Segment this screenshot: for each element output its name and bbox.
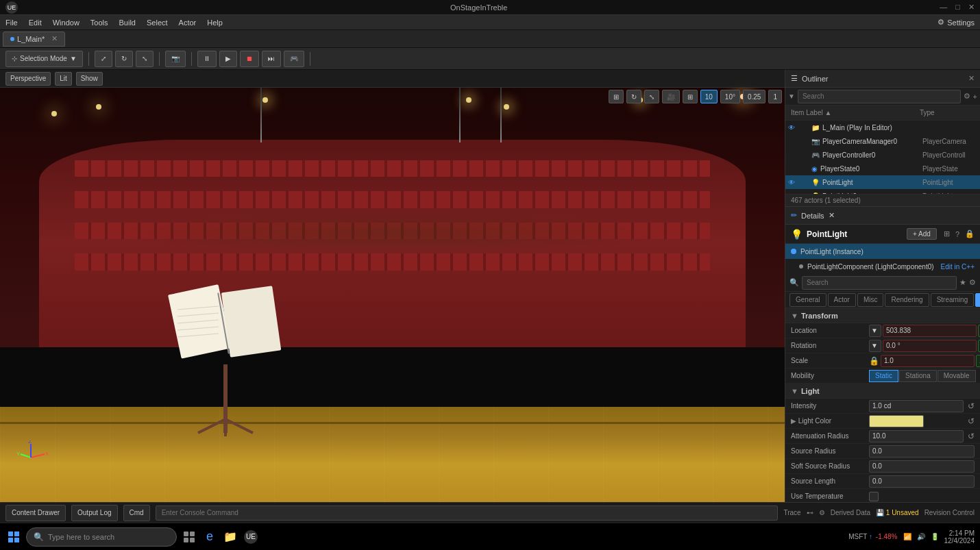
close-btn[interactable]: ✕ xyxy=(968,3,975,12)
outliner-item-playerstate[interactable]: ◉ PlayerState0 PlayerState xyxy=(785,162,980,175)
component-lightcomponent[interactable]: PointLightComponent (LightComponent0) Ed… xyxy=(785,259,980,274)
menu-help[interactable]: Help xyxy=(207,18,223,27)
perspective-btn[interactable]: Perspective xyxy=(5,72,51,86)
viewport[interactable]: Perspective Lit Show ⊞ ↻ ⤡ 🎥 ⊞ 10 10° 0.… xyxy=(0,70,785,502)
tab-close-icon[interactable]: ✕ xyxy=(51,34,58,43)
output-log-btn[interactable]: Output Log xyxy=(71,505,117,521)
scale-btn[interactable]: ⤡ xyxy=(136,51,154,67)
sourcelength-field[interactable] xyxy=(869,475,975,488)
grid-snap-icon[interactable]: ⊞ xyxy=(609,90,624,103)
outliner-item-camera[interactable]: 📷 PlayerCameraManager0 PlayerCamera xyxy=(785,134,980,148)
sourceradius-field[interactable] xyxy=(869,445,975,458)
rotation-x-field[interactable] xyxy=(883,340,977,352)
minimize-btn[interactable]: — xyxy=(940,3,947,12)
outliner-settings-icon[interactable]: ⚙ xyxy=(964,92,970,101)
grid-val-btn[interactable]: 10 xyxy=(700,90,718,103)
grid-mode-btn[interactable]: ⊞ xyxy=(683,90,698,103)
menu-build[interactable]: Build xyxy=(119,18,136,27)
revision-control-btn[interactable]: Revision Control xyxy=(924,509,975,516)
taskview-btn[interactable] xyxy=(181,529,197,545)
details-header: ✏ Details ✕ xyxy=(785,207,980,225)
tab-all[interactable]: All xyxy=(975,293,980,307)
location-dropdown[interactable]: ▼ xyxy=(869,325,881,337)
selection-mode-btn[interactable]: ⊹ Selection Mode ▼ xyxy=(5,51,83,67)
outliner-item-lmain[interactable]: 👁 📁 L_Main (Play In Editor) xyxy=(785,121,980,134)
lightcolor-reset-btn[interactable]: ↺ xyxy=(968,416,975,426)
outliner-item-pointlight[interactable]: 👁 💡 PointLight PointLight xyxy=(785,175,980,189)
menu-tools[interactable]: Tools xyxy=(90,18,108,27)
menu-window[interactable]: Window xyxy=(53,18,79,27)
details-bookmark-icon[interactable]: ★ xyxy=(959,278,966,287)
stop-btn[interactable]: ⏹ xyxy=(240,51,259,67)
settings-btn[interactable]: ⚙ Settings xyxy=(938,18,975,27)
light-section-header[interactable]: ▼ Light xyxy=(785,384,980,399)
mobility-static-btn[interactable]: Static xyxy=(869,370,898,382)
details-options-btn[interactable]: ⊞ xyxy=(944,229,950,238)
transform-section-header[interactable]: ▼ Transform xyxy=(785,308,980,323)
skip-btn[interactable]: ⏭ xyxy=(262,51,281,67)
scale-x-field[interactable] xyxy=(881,355,975,367)
tab-general[interactable]: General xyxy=(789,293,826,307)
gamepad-btn[interactable]: 🎮 xyxy=(284,51,304,67)
menu-file[interactable]: File xyxy=(5,18,18,27)
outliner-add-icon[interactable]: + xyxy=(973,92,977,101)
details-close-btn[interactable]: ✕ xyxy=(829,211,835,220)
camera-speed-btn[interactable]: 🎥 xyxy=(662,90,680,103)
outliner-item-controller[interactable]: 🎮 PlayerController0 PlayerControll xyxy=(785,148,980,162)
taskbar-ue-btn[interactable]: UE xyxy=(243,529,259,545)
angle-val-btn[interactable]: 10° xyxy=(720,90,740,103)
lit-btn[interactable]: Lit xyxy=(55,72,72,86)
light-color-swatch[interactable] xyxy=(869,415,924,427)
scale-lock-icon[interactable]: 🔒 xyxy=(869,356,879,366)
pause-btn[interactable]: ⏸ xyxy=(197,51,217,67)
tab-rendering[interactable]: Rendering xyxy=(885,293,929,307)
menu-select[interactable]: Select xyxy=(147,18,168,27)
tab-actor[interactable]: Actor xyxy=(828,293,856,307)
console-command-input[interactable] xyxy=(156,505,779,521)
details-help-btn[interactable]: ? xyxy=(955,230,959,238)
intensity-reset-btn[interactable]: ↺ xyxy=(968,401,975,411)
mobility-stationary-btn[interactable]: Stationa xyxy=(899,370,937,382)
derived-data-btn[interactable]: Derived Data xyxy=(831,509,870,516)
transform-btn[interactable]: ⤢ xyxy=(95,51,112,67)
menu-edit[interactable]: Edit xyxy=(29,18,42,27)
tab-misc[interactable]: Misc xyxy=(857,293,884,307)
cmd-btn[interactable]: Cmd xyxy=(123,505,150,521)
attenuation-reset-btn[interactable]: ↺ xyxy=(968,432,975,441)
show-btn[interactable]: Show xyxy=(76,72,103,86)
attenuation-field[interactable] xyxy=(869,430,964,442)
outliner-search-input[interactable] xyxy=(798,90,961,103)
location-x-field[interactable] xyxy=(883,325,977,337)
content-drawer-btn[interactable]: Content Drawer xyxy=(5,505,66,521)
trace-btn[interactable]: Trace xyxy=(783,509,800,516)
outliner-close-btn[interactable]: ✕ xyxy=(968,74,975,83)
details-search-input[interactable] xyxy=(802,276,957,290)
camera-btn[interactable]: 📷 xyxy=(165,51,186,67)
add-component-btn[interactable]: + Add xyxy=(907,228,937,240)
edit-cpp-link[interactable]: Edit in C++ xyxy=(941,263,975,271)
scale-val-btn[interactable]: 0.25 xyxy=(743,90,765,103)
win-search-box[interactable]: 🔍 Type here to search xyxy=(26,527,177,547)
rotate-btn[interactable]: ↻ xyxy=(115,51,133,67)
win-start-btn[interactable] xyxy=(5,529,22,545)
taskbar-edge-btn[interactable]: e xyxy=(201,529,218,545)
usetemp-checkbox[interactable] xyxy=(869,492,879,501)
component-instance[interactable]: PointLight (Instance) xyxy=(785,244,980,259)
scale-y-field[interactable] xyxy=(976,355,980,367)
intensity-field[interactable] xyxy=(869,400,964,412)
tab-lmain[interactable]: L_Main* ✕ xyxy=(3,32,65,47)
rotation-dropdown[interactable]: ▼ xyxy=(869,340,881,352)
play-btn[interactable]: ▶ xyxy=(219,51,237,67)
rotate-snap-btn[interactable]: ↻ xyxy=(626,90,641,103)
tab-streaming[interactable]: Streaming xyxy=(931,293,975,307)
details-lock-btn[interactable]: 🔒 xyxy=(965,229,975,238)
outliner-item-pointlight2[interactable]: 💡 PointLight2 PointLight xyxy=(785,189,980,194)
details-gear-icon[interactable]: ⚙ xyxy=(969,278,976,287)
mobility-movable-btn[interactable]: Movable xyxy=(938,370,976,382)
softsource-field[interactable] xyxy=(869,460,975,473)
menu-actor[interactable]: Actor xyxy=(179,18,197,27)
vp-extra-btn[interactable]: 1 xyxy=(768,90,782,103)
scale-snap-btn[interactable]: ⤡ xyxy=(644,90,659,103)
taskbar-explorer-btn[interactable]: 📁 xyxy=(222,529,238,545)
maximize-btn[interactable]: □ xyxy=(955,3,960,12)
